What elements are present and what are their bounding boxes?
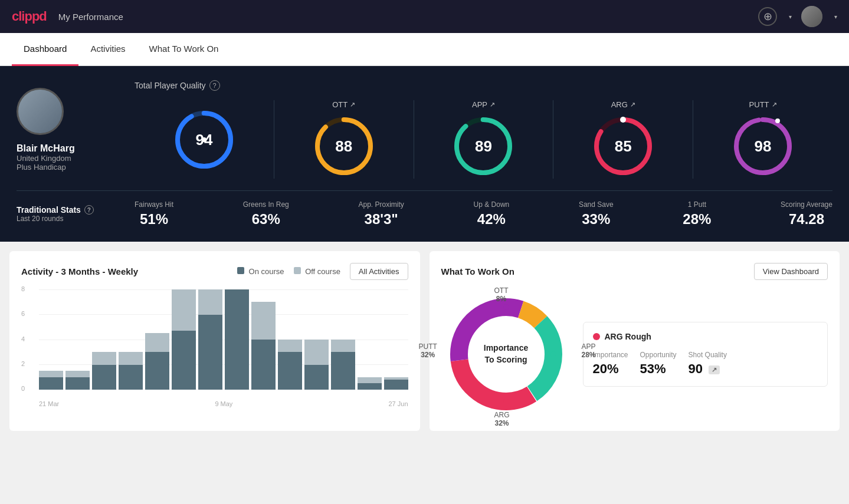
player-avatar-image — [18, 90, 62, 133]
user-chevron-icon: ▾ — [834, 14, 837, 20]
avatar-image — [801, 6, 822, 27]
bar-off-12 — [358, 377, 382, 384]
info-card-title: ARG Rough — [593, 332, 818, 341]
x-label-jun: 27 Jun — [388, 400, 408, 407]
bars-wrap — [39, 289, 408, 390]
gauge-arg-label: ARG — [611, 100, 628, 109]
bar-group-10 — [304, 289, 329, 390]
gauge-ott-value: 88 — [335, 137, 352, 156]
gauge-putt-value: 98 — [755, 137, 772, 156]
bar-group-7 — [225, 289, 249, 390]
nav-tabs: Dashboard Activities What To Work On — [0, 33, 849, 66]
donut-label-app: APP 28% — [581, 342, 595, 359]
bar-on-10 — [304, 365, 329, 390]
bar-on-11 — [331, 352, 355, 390]
stat-fairways-name: Fairways Hit — [135, 200, 173, 209]
bar-group-1 — [65, 289, 90, 390]
bar-off-8 — [251, 302, 276, 340]
gauge-app: APP ↗ 89 — [414, 100, 553, 179]
bar-group-13 — [384, 289, 408, 390]
stat-oneputt-name: 1 Putt — [683, 200, 711, 209]
gauge-putt-label: PUTT — [749, 100, 769, 109]
bar-on-8 — [251, 340, 276, 390]
app-arrow-icon: ↗ — [490, 101, 495, 108]
ott-arrow-icon: ↗ — [350, 101, 355, 108]
player-avatar — [17, 88, 64, 135]
wtwo-content: Importance To Scoring OTT 8% APP 28% ARG… — [441, 289, 828, 419]
bar-group-0 — [39, 289, 63, 390]
gauge-app-svg: 89 — [451, 114, 516, 179]
stat-greens: Greens In Reg 63% — [243, 200, 289, 228]
stat-sandsave-name: Sand Save — [579, 200, 614, 209]
header-title: My Performance — [58, 12, 123, 22]
info-card-dot — [593, 333, 600, 340]
arg-arrow-icon: ↗ — [630, 101, 635, 108]
stat-scoring: Scoring Average 74.28 — [781, 200, 832, 228]
bar-off-6 — [198, 289, 222, 315]
tab-dashboard[interactable]: Dashboard — [12, 33, 78, 66]
bar-group-12 — [358, 289, 382, 390]
bar-off-0 — [39, 371, 63, 377]
stat-updown: Up & Down 42% — [474, 200, 510, 228]
player-country: United Kingdom — [17, 154, 71, 163]
stat-greens-name: Greens In Reg — [243, 200, 289, 209]
metric-opportunity-value: 53% — [640, 361, 677, 377]
bar-on-7 — [225, 289, 249, 390]
legend-on-dot — [237, 267, 244, 274]
stat-sandsave: Sand Save 33% — [579, 200, 614, 228]
bar-off-9 — [278, 340, 302, 352]
wtwo-header: What To Work On View Dashboard — [441, 263, 828, 280]
x-label-mar: 21 Mar — [39, 400, 59, 407]
donut-center-text: Importance To Scoring — [484, 342, 528, 365]
bar-group-4 — [145, 289, 169, 390]
bar-off-3 — [119, 352, 143, 364]
add-button[interactable]: ⊕ — [758, 7, 777, 26]
gauge-app-value: 89 — [475, 137, 492, 156]
bar-on-6 — [198, 315, 222, 390]
metric-shot-quality: Shot Quality 90 ↗ — [689, 351, 727, 377]
bar-group-2 — [92, 289, 116, 390]
stat-oneputt-value: 28% — [683, 211, 711, 228]
bar-off-1 — [65, 371, 90, 377]
bar-group-5 — [172, 289, 196, 390]
bar-group-9 — [278, 289, 302, 390]
header-left: clippd My Performance — [12, 9, 123, 24]
quality-help-icon[interactable]: ? — [209, 80, 220, 91]
logo: clippd — [12, 9, 47, 24]
stat-proximity-value: 38'3" — [358, 211, 404, 228]
view-dashboard-button[interactable]: View Dashboard — [754, 263, 828, 280]
stats-sublabel: Last 20 rounds — [17, 215, 135, 223]
header-right: ⊕ ▾ ▾ — [758, 6, 837, 27]
hero-section: Blair McHarg United Kingdom Plus Handica… — [0, 66, 849, 242]
chart-legend: On course Off course — [237, 267, 340, 276]
ott-pct-text: 8% — [494, 295, 509, 303]
tab-activities[interactable]: Activities — [78, 33, 137, 66]
app-pct-text: 28% — [581, 351, 595, 359]
bar-on-3 — [119, 365, 143, 390]
donut-container: Importance To Scoring OTT 8% APP 28% ARG… — [441, 289, 571, 419]
gauge-arg: ARG ↗ 85 — [553, 100, 693, 179]
gauge-main-value: 94 — [195, 130, 212, 149]
stat-proximity-name: App. Proximity — [358, 200, 404, 209]
stats-row: Traditional Stats ? Last 20 rounds Fairw… — [17, 190, 832, 228]
stat-sandsave-value: 33% — [579, 211, 614, 228]
player-info: Blair McHarg United Kingdom Plus Handica… — [17, 88, 135, 172]
svg-point-18 — [550, 351, 556, 357]
stats-label: Traditional Stats ? — [17, 205, 135, 215]
all-activities-button[interactable]: All Activities — [350, 263, 408, 280]
gauge-ott-svg: 88 — [312, 114, 376, 179]
wtwo-title: What To Work On — [441, 266, 514, 276]
tab-what-to-work-on[interactable]: What To Work On — [137, 33, 231, 66]
legend-off-course: Off course — [294, 267, 340, 276]
x-labels: 21 Mar 9 May 27 Jun — [39, 400, 408, 407]
stats-help-icon[interactable]: ? — [84, 205, 94, 215]
chart-controls: On course Off course All Activities — [237, 263, 408, 280]
user-avatar[interactable] — [801, 6, 822, 27]
stat-oneputt: 1 Putt 28% — [683, 200, 711, 228]
activity-panel: Activity - 3 Months - Weekly On course O… — [9, 251, 420, 431]
gauge-app-label: APP — [472, 100, 487, 109]
stat-updown-name: Up & Down — [474, 200, 510, 209]
bar-on-2 — [92, 365, 116, 390]
svg-point-9 — [620, 117, 626, 123]
player-quality-row: Blair McHarg United Kingdom Plus Handica… — [17, 80, 832, 179]
